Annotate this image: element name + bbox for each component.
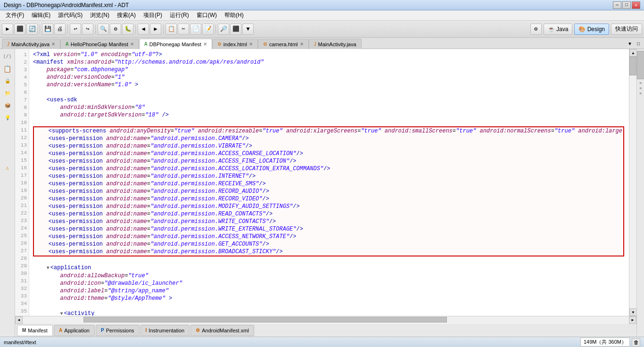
tab-indexhtml[interactable]: ⚙ index.html ✕ xyxy=(212,39,258,49)
design-perspective-button[interactable]: 🎨 Design xyxy=(574,24,609,35)
toolbar-btn-19[interactable]: ▼ xyxy=(242,24,254,35)
right-sidebar-icon-2[interactable]: ≡ xyxy=(638,87,643,90)
menu-edit[interactable]: 编辑(E) xyxy=(28,10,54,20)
toolbar-btn-3[interactable]: 🔄 xyxy=(26,24,38,35)
sidebar-right: ≡ ≡ ≡ xyxy=(636,49,644,337)
toolbar-sep-1 xyxy=(40,25,40,34)
bottom-tab-manifest[interactable]: M Manifest xyxy=(17,325,53,336)
sidebar-icon-5[interactable]: 📦 xyxy=(2,100,13,111)
menu-search[interactable]: 搜索(A) xyxy=(113,10,140,20)
maximize-button[interactable]: □ xyxy=(622,1,631,9)
tab-close-5[interactable]: ✕ xyxy=(300,41,304,47)
horizontal-scrollbar[interactable]: ◀ ▶ xyxy=(15,316,636,323)
tab-bar: J MainActivity.java ✕ A HelloPhoneGap Ma… xyxy=(0,38,644,49)
toolbar-btn-7[interactable]: ↪ xyxy=(82,24,93,35)
tab-maximize-btn[interactable]: □ xyxy=(635,40,642,48)
tab-icon-java2: J xyxy=(314,41,316,47)
hscroll-right-button[interactable]: ▶ xyxy=(629,316,636,324)
tab-label: camera.html xyxy=(269,41,298,47)
menu-project[interactable]: 项目(P) xyxy=(140,10,166,20)
bottom-tab-application[interactable]: A Application xyxy=(54,325,95,336)
toolbar-btn-15[interactable]: 📄 xyxy=(190,24,201,35)
title-controls[interactable]: — □ ✕ xyxy=(613,1,640,9)
menu-bar: 文件(F) 编辑(E) 源代码(S) 浏览(N) 搜索(A) 项目(P) 运行(… xyxy=(0,10,644,21)
sidebar-icon-1[interactable]: ⟨/⟩ xyxy=(2,51,13,62)
toolbar-btn-11[interactable]: ◀ xyxy=(138,24,149,35)
status-text: manifest/#text xyxy=(4,339,577,345)
code-editor[interactable]: 12345 678910 1112131415 1617181920 21222… xyxy=(15,49,636,316)
tab-label: HelloPhoneGap Manifest xyxy=(71,41,128,47)
memory-indicator: 149M（共 360M） xyxy=(580,338,630,347)
tab-minimize-btn[interactable]: ▼ xyxy=(626,40,634,48)
sidebar-icon-3[interactable]: 🔒 xyxy=(2,75,13,87)
tab-close-4[interactable]: ✕ xyxy=(249,41,253,47)
bottom-tab-instrumentation[interactable]: I Instrumentation xyxy=(140,325,190,336)
sidebar-icon-4[interactable]: 📁 xyxy=(2,88,13,99)
bottom-tab-permissions[interactable]: P Permissions xyxy=(96,325,140,336)
sidebar-warning[interactable]: ⚠ xyxy=(2,162,13,174)
java-perspective-button[interactable]: ☕ Java xyxy=(544,24,573,35)
toolbar-sep-2 xyxy=(67,25,68,34)
status-right: 149M（共 360M） 🗑 xyxy=(580,338,640,347)
garbage-collect-button[interactable]: 🗑 xyxy=(632,338,640,347)
tab-dbphonegap[interactable]: A DBPhonegap Manifest ✕ xyxy=(139,39,212,49)
scroll-thumb[interactable] xyxy=(629,57,636,75)
permissions-tab-icon: P xyxy=(101,328,104,333)
toolbar-btn-12[interactable]: ▶ xyxy=(150,24,161,35)
tab-close-1[interactable]: ✕ xyxy=(51,41,55,47)
sidebar-icon-2[interactable]: 📋 xyxy=(2,63,13,74)
tab-label: index.html xyxy=(223,41,247,47)
toolbar-btn-16[interactable]: 📝 xyxy=(202,24,214,35)
toolbar-btn-5[interactable]: 🖨 xyxy=(54,24,66,35)
tab-hellophonegap[interactable]: A HelloPhoneGap Manifest ✕ xyxy=(60,39,139,49)
sidebar-icon-6[interactable]: 💡 xyxy=(2,112,13,124)
close-button[interactable]: ✕ xyxy=(632,1,640,9)
hscroll-left-button[interactable]: ◀ xyxy=(15,316,23,324)
menu-source[interactable]: 源代码(S) xyxy=(54,10,86,20)
right-sidebar-handle[interactable] xyxy=(637,51,644,79)
toolbar-btn-18[interactable]: ⬛ xyxy=(230,24,241,35)
scroll-track[interactable] xyxy=(629,57,636,308)
toolbar: ▶ ⬛ 🔄 💾 🖨 ↩ ↪ 🔍 ⚙ 🐛 ◀ ▶ 📋 ✂ 📄 📝 🔎 ⬛ ▼ ⚙ … xyxy=(0,21,644,38)
right-sidebar-icon-3[interactable]: ≡ xyxy=(638,92,643,95)
toolbar-btn-17[interactable]: 🔎 xyxy=(218,24,229,35)
menu-help[interactable]: 帮助(H) xyxy=(221,10,248,20)
title-text: Design - DBPhonegap/AndroidManifest.xml … xyxy=(4,2,129,8)
toolbar-btn-14[interactable]: ✂ xyxy=(178,24,189,35)
toolbar-btn-1[interactable]: ▶ xyxy=(2,24,13,35)
tab-mainactivity1[interactable]: J MainActivity.java ✕ xyxy=(2,39,60,49)
toolbar-btn-8[interactable]: 🔍 xyxy=(98,24,109,35)
tab-mainactivity2[interactable]: J MainActivity.java xyxy=(309,39,362,49)
tab-icon-html1: ⚙ xyxy=(217,41,222,47)
right-sidebar-icon-1[interactable]: ≡ xyxy=(638,82,643,84)
code-content[interactable]: <?xml version="1.0" encoding="utf-8"?> <… xyxy=(29,49,629,316)
toolbar-btn-6[interactable]: ↩ xyxy=(70,24,81,35)
menu-run[interactable]: 运行(R) xyxy=(166,10,193,20)
tab-close-2[interactable]: ✕ xyxy=(130,41,134,47)
menu-browse[interactable]: 浏览(N) xyxy=(86,10,113,20)
toolbar-btn-2[interactable]: ⬛ xyxy=(14,24,25,35)
toolbar-btn-13[interactable]: 📋 xyxy=(165,24,177,35)
tab-label: DBPhonegap Manifest xyxy=(149,41,201,47)
toolbar-sep-5 xyxy=(163,25,164,34)
manifest-tab-label: Manifest xyxy=(28,328,48,333)
minimize-button[interactable]: — xyxy=(613,1,621,9)
menu-window[interactable]: 窗口(W) xyxy=(193,10,221,20)
tab-icon-manifest1: A xyxy=(66,41,69,47)
vertical-scrollbar[interactable]: ▲ ▼ xyxy=(629,49,636,316)
tab-close-3[interactable]: ✕ xyxy=(203,41,207,47)
instrumentation-tab-label: Instrumentation xyxy=(149,328,184,333)
toolbar-btn-10[interactable]: 🐛 xyxy=(122,24,133,35)
hscroll-thumb[interactable] xyxy=(83,317,447,322)
toolbar-extra-1[interactable]: ⚙ xyxy=(530,24,542,35)
hscroll-track[interactable] xyxy=(23,316,629,324)
toolbar-btn-4[interactable]: 💾 xyxy=(42,24,53,35)
toolbar-sep-6 xyxy=(215,25,216,34)
menu-file[interactable]: 文件(F) xyxy=(2,10,28,20)
scroll-up-button[interactable]: ▲ xyxy=(629,49,636,57)
toolbar-btn-9[interactable]: ⚙ xyxy=(110,24,121,35)
bottom-tab-androidmanifest[interactable]: ⚙ AndroidManifest.xml xyxy=(190,325,254,336)
quick-access-button[interactable]: 快速访问 xyxy=(611,24,642,35)
tab-camerahtml[interactable]: ⚙ camera.html ✕ xyxy=(258,39,309,49)
scroll-down-button[interactable]: ▼ xyxy=(629,308,636,316)
